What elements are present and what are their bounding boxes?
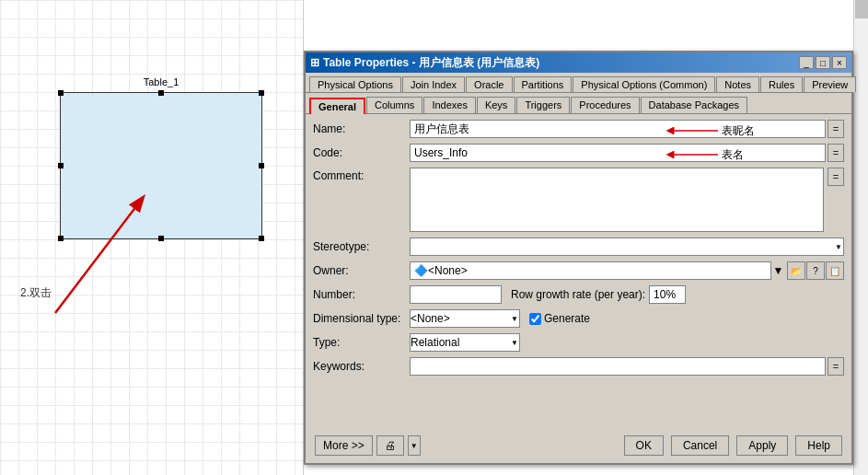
comment-input[interactable] bbox=[410, 168, 824, 232]
type-select[interactable]: Relational bbox=[410, 333, 520, 352]
tab-partitions[interactable]: Partitions bbox=[514, 76, 573, 92]
dialog-titlebar: ⊞ Table Properties - 用户信息表 (用户信息表) _ □ × bbox=[306, 52, 851, 73]
dimensional-select-wrapper: <None> ▼ bbox=[410, 309, 520, 328]
keywords-row: Keywords: = bbox=[313, 357, 844, 376]
tab-procedures[interactable]: Procedures bbox=[571, 97, 639, 113]
tab-indexes[interactable]: Indexes bbox=[423, 97, 476, 113]
stereotype-select-wrapper: ▼ bbox=[410, 238, 844, 256]
owner-row: Owner: 🔷 <None> ▼ 📂 ? 📋 bbox=[313, 261, 844, 280]
name-input[interactable] bbox=[410, 120, 826, 138]
canvas-area: Table_1 2.双击 bbox=[0, 0, 304, 475]
code-row: Code: = 表名 bbox=[313, 144, 844, 162]
restore-button[interactable]: □ bbox=[816, 56, 830, 69]
double-click-label: 2.双击 bbox=[20, 285, 52, 301]
owner-icon: 🔷 bbox=[414, 264, 428, 277]
stereotype-select[interactable] bbox=[410, 238, 844, 256]
comment-label: Comment: bbox=[313, 168, 410, 182]
handle-br[interactable] bbox=[259, 236, 264, 241]
tab-oracle[interactable]: Oracle bbox=[466, 76, 512, 92]
number-input[interactable] bbox=[410, 285, 502, 304]
name-eq-button[interactable]: = bbox=[827, 120, 844, 138]
code-input[interactable] bbox=[410, 144, 826, 162]
dialog-title-text: Table Properties - 用户信息表 (用户信息表) bbox=[323, 55, 539, 71]
minimize-button[interactable]: _ bbox=[799, 56, 814, 69]
help-button[interactable]: Help bbox=[795, 435, 842, 456]
growth-rate-input[interactable] bbox=[649, 285, 686, 304]
ok-button[interactable]: OK bbox=[624, 435, 664, 456]
tab-rules[interactable]: Rules bbox=[760, 76, 803, 92]
stereotype-row: Stereotype: ▼ bbox=[313, 238, 844, 256]
comment-eq-button[interactable]: = bbox=[827, 168, 844, 186]
owner-properties-button[interactable]: 📋 bbox=[826, 261, 844, 280]
generate-checkbox-label: Generate bbox=[529, 312, 590, 325]
dialog-title: ⊞ Table Properties - 用户信息表 (用户信息表) bbox=[310, 55, 539, 71]
tab-columns[interactable]: Columns bbox=[366, 97, 422, 113]
footer-left: More >> 🖨 ▼ bbox=[315, 435, 421, 456]
dialog-content: Name: = 表昵名 Code: = bbox=[306, 114, 851, 418]
handle-bl[interactable] bbox=[58, 236, 64, 241]
type-select-wrapper: Relational ▼ bbox=[410, 333, 520, 352]
tab-physical-options[interactable]: Physical Options bbox=[309, 76, 401, 92]
tab-join-index[interactable]: Join Index bbox=[402, 76, 465, 92]
more-button-label: More >> bbox=[323, 439, 365, 452]
owner-browse-button[interactable]: 📂 bbox=[787, 261, 805, 280]
name-row: Name: = 表昵名 bbox=[313, 120, 844, 138]
print-button[interactable]: 🖨 bbox=[376, 435, 404, 456]
table-label: Table_1 bbox=[144, 76, 179, 87]
dialog: ⊞ Table Properties - 用户信息表 (用户信息表) _ □ ×… bbox=[304, 51, 853, 465]
generate-label-text: Generate bbox=[544, 312, 590, 325]
apply-button[interactable]: Apply bbox=[736, 435, 788, 456]
dialog-controls: _ □ × bbox=[799, 56, 847, 69]
owner-new-button[interactable]: ? bbox=[806, 261, 825, 280]
keywords-input[interactable] bbox=[410, 357, 826, 376]
more-button[interactable]: More >> bbox=[315, 435, 373, 456]
owner-field-wrapper: 🔷 <None> ▼ 📂 ? 📋 bbox=[410, 261, 844, 280]
tab-keys[interactable]: Keys bbox=[477, 97, 515, 113]
handle-ml[interactable] bbox=[58, 163, 64, 168]
keywords-label: Keywords: bbox=[313, 360, 410, 373]
name-label: Name: bbox=[313, 122, 410, 135]
handle-tl[interactable] bbox=[58, 90, 64, 96]
owner-buttons: 📂 ? 📋 bbox=[787, 261, 844, 280]
type-row: Type: Relational ▼ bbox=[313, 333, 844, 352]
owner-value-text: <None> bbox=[428, 264, 468, 277]
dialog-title-icon: ⊞ bbox=[310, 56, 319, 69]
dimensional-select[interactable]: <None> bbox=[410, 309, 520, 328]
tab-physical-options-common[interactable]: Physical Options (Common) bbox=[573, 76, 715, 92]
code-label: Code: bbox=[313, 146, 410, 159]
scrollbar-thumb[interactable] bbox=[855, 0, 868, 18]
code-eq-button[interactable]: = bbox=[827, 144, 844, 162]
tab-notes[interactable]: Notes bbox=[716, 76, 759, 92]
owner-select-container: 🔷 <None> ▼ bbox=[410, 261, 785, 280]
tab-row-1: Physical Options Join Index Oracle Parti… bbox=[306, 73, 851, 93]
table-box[interactable]: Table_1 bbox=[60, 92, 262, 239]
close-button[interactable]: × bbox=[832, 56, 847, 69]
tab-row-2: General Columns Indexes Keys Triggers Pr… bbox=[306, 93, 851, 114]
stereotype-label: Stereotype: bbox=[313, 240, 410, 253]
dimensional-row: Dimensional type: <None> ▼ Generate bbox=[313, 309, 844, 328]
tab-general[interactable]: General bbox=[309, 98, 365, 114]
handle-mr[interactable] bbox=[259, 163, 264, 168]
scrollbar-right[interactable] bbox=[853, 0, 868, 475]
number-row: Number: Row growth rate (per year): bbox=[313, 285, 844, 304]
growth-rate-label: Row growth rate (per year): bbox=[511, 288, 645, 301]
comment-row: Comment: = bbox=[313, 168, 844, 232]
tab-triggers[interactable]: Triggers bbox=[516, 97, 570, 113]
handle-bm[interactable] bbox=[158, 236, 164, 241]
keywords-eq-button[interactable]: = bbox=[827, 357, 844, 376]
number-label: Number: bbox=[313, 288, 410, 301]
generate-checkbox[interactable] bbox=[529, 313, 541, 325]
type-label: Type: bbox=[313, 336, 410, 349]
handle-tr[interactable] bbox=[259, 90, 264, 96]
handle-tm[interactable] bbox=[158, 90, 164, 96]
owner-label: Owner: bbox=[313, 264, 410, 277]
print-icon: 🖨 bbox=[385, 439, 396, 452]
print-dropdown-button[interactable]: ▼ bbox=[408, 435, 421, 456]
owner-display[interactable]: 🔷 <None> bbox=[410, 261, 785, 280]
dialog-footer: More >> 🖨 ▼ OK Cancel Apply Help bbox=[306, 435, 851, 456]
cancel-button[interactable]: Cancel bbox=[671, 435, 729, 456]
dimensional-label: Dimensional type: bbox=[313, 312, 410, 325]
tab-database-packages[interactable]: Database Packages bbox=[641, 97, 747, 113]
owner-dropdown-arrow[interactable]: ▼ bbox=[770, 261, 785, 280]
tab-preview[interactable]: Preview bbox=[804, 76, 856, 92]
